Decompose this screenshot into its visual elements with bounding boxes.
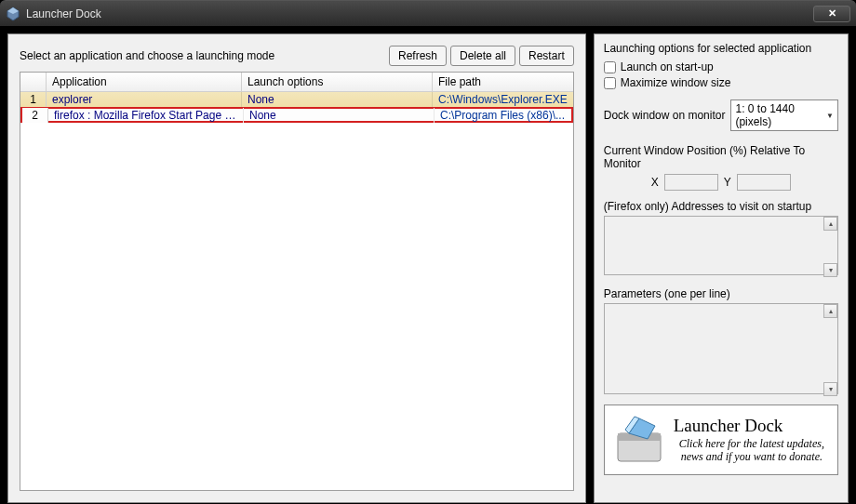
row-launch: None xyxy=(244,108,435,123)
promo-title: Launcher Dock xyxy=(674,416,830,436)
parameters-wrap: ▴ ▾ xyxy=(604,303,838,405)
scroll-up-icon[interactable]: ▴ xyxy=(823,304,837,318)
xy-row: X Y xyxy=(604,174,838,191)
parameters-label: Parameters (one per line) xyxy=(604,287,838,300)
main-pane: Select an application and choose a launc… xyxy=(7,33,586,503)
row-number: 1 xyxy=(20,92,47,107)
top-toolbar: Select an application and choose a launc… xyxy=(20,46,574,66)
close-button[interactable]: ✕ xyxy=(813,6,850,22)
launch-on-startup-row: Launch on start-up xyxy=(604,60,838,73)
y-label: Y xyxy=(724,176,731,189)
launch-on-startup-label: Launch on start-up xyxy=(621,60,714,73)
close-icon: ✕ xyxy=(828,7,836,20)
position-label: Current Window Position (%) Relative To … xyxy=(604,144,838,170)
table-row[interactable]: 1 explorer None C:\Windows\Explorer.EXE xyxy=(20,92,573,108)
header-launch-options[interactable]: Launch options xyxy=(242,73,433,91)
row-application: firefox : Mozilla Firefox Start Page - M… xyxy=(48,108,244,123)
promo-icon xyxy=(612,413,666,467)
table-body: 1 explorer None C:\Windows\Explorer.EXE … xyxy=(20,92,573,123)
maximize-checkbox[interactable] xyxy=(604,77,616,89)
scroll-down-icon[interactable]: ▾ xyxy=(823,263,837,277)
row-path: C:\Windows\Explorer.EXE xyxy=(433,92,573,107)
row-application: explorer xyxy=(47,92,242,107)
scroll-down-icon[interactable]: ▾ xyxy=(823,382,837,396)
row-launch: None xyxy=(242,92,433,107)
app-icon xyxy=(6,7,20,21)
x-input[interactable] xyxy=(664,174,718,191)
chevron-down-icon: ▼ xyxy=(826,112,834,120)
parameters-textarea[interactable] xyxy=(604,303,838,394)
scroll-up-icon[interactable]: ▴ xyxy=(823,217,837,231)
refresh-button[interactable]: Refresh xyxy=(389,46,447,66)
table-header: Application Launch options File path xyxy=(20,73,573,92)
table-row[interactable]: 2 firefox : Mozilla Firefox Start Page -… xyxy=(20,107,573,123)
restart-button[interactable]: Restart xyxy=(519,46,574,66)
row-path: C:\Program Files (x86)\... xyxy=(435,108,571,123)
window-body: Select an application and choose a launc… xyxy=(0,26,856,504)
header-application[interactable]: Application xyxy=(47,73,242,91)
header-file-path[interactable]: File path xyxy=(433,73,573,91)
promo-banner[interactable]: Launcher Dock Click here for the latest … xyxy=(604,405,838,475)
y-input[interactable] xyxy=(737,174,791,191)
dock-monitor-value: 1: 0 to 1440 (pixels) xyxy=(735,102,826,128)
addresses-wrap: ▴ ▾ xyxy=(604,216,838,287)
x-label: X xyxy=(651,176,659,189)
row-number: 2 xyxy=(22,108,48,123)
addresses-textarea[interactable] xyxy=(604,216,838,275)
maximize-label: Maximize window size xyxy=(621,76,731,89)
window-title: Launcher Dock xyxy=(26,7,813,20)
maximize-row: Maximize window size xyxy=(604,76,838,89)
instruction-text: Select an application and choose a launc… xyxy=(20,49,389,62)
app-window: Launcher Dock ✕ Select an application an… xyxy=(0,0,856,504)
app-table: Application Launch options File path 1 e… xyxy=(20,72,574,491)
addresses-label: (Firefox only) Addresses to visit on sta… xyxy=(604,200,838,213)
options-pane: Launching options for selected applicati… xyxy=(594,33,849,503)
promo-text: Launcher Dock Click here for the latest … xyxy=(674,416,830,464)
dock-monitor-row: Dock window on monitor 1: 0 to 1440 (pix… xyxy=(604,99,838,131)
promo-subtitle: Click here for the latest updates, news … xyxy=(674,438,830,464)
launch-on-startup-checkbox[interactable] xyxy=(604,61,616,73)
dock-monitor-dropdown[interactable]: 1: 0 to 1440 (pixels) ▼ xyxy=(730,99,838,131)
titlebar: Launcher Dock ✕ xyxy=(0,0,856,26)
header-number[interactable] xyxy=(20,73,47,91)
delete-all-button[interactable]: Delete all xyxy=(450,46,515,66)
dock-monitor-label: Dock window on monitor xyxy=(604,109,726,122)
options-title: Launching options for selected applicati… xyxy=(604,42,838,55)
button-group: Refresh Delete all Restart xyxy=(389,46,574,66)
